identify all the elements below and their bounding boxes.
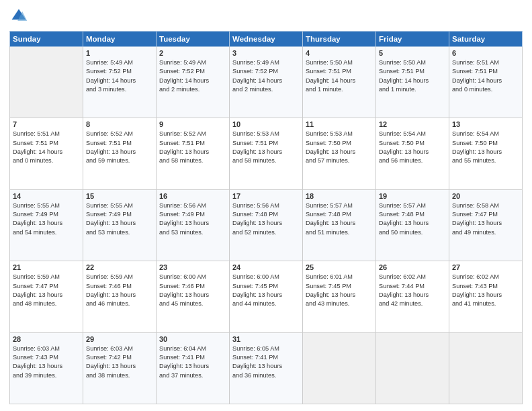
- day-info: Sunrise: 5:50 AM Sunset: 7:51 PM Dayligh…: [306, 58, 373, 94]
- day-info: Sunrise: 5:58 AM Sunset: 7:47 PM Dayligh…: [452, 201, 519, 237]
- day-number: 15: [86, 192, 153, 200]
- calendar-cell: 26Sunrise: 6:02 AM Sunset: 7:44 PM Dayli…: [376, 261, 449, 332]
- day-info: Sunrise: 5:53 AM Sunset: 7:50 PM Dayligh…: [306, 130, 373, 165]
- day-info: Sunrise: 5:51 AM Sunset: 7:51 PM Dayligh…: [13, 130, 80, 165]
- calendar-week-row: 14Sunrise: 5:55 AM Sunset: 7:49 PM Dayli…: [10, 189, 523, 261]
- day-info: Sunrise: 5:49 AM Sunset: 7:52 PM Dayligh…: [232, 58, 300, 94]
- calendar-cell: 8Sunrise: 5:52 AM Sunset: 7:51 PM Daylig…: [83, 118, 157, 189]
- calendar-cell: 27Sunrise: 6:02 AM Sunset: 7:43 PM Dayli…: [449, 261, 523, 332]
- day-info: Sunrise: 5:59 AM Sunset: 7:47 PM Dayligh…: [13, 273, 80, 308]
- calendar-cell: 6Sunrise: 5:51 AM Sunset: 7:51 PM Daylig…: [449, 47, 523, 118]
- day-info: Sunrise: 5:53 AM Sunset: 7:51 PM Dayligh…: [232, 130, 300, 165]
- day-number: 31: [232, 335, 300, 343]
- day-number: 22: [86, 263, 153, 271]
- logo: [9, 7, 31, 26]
- day-number: 4: [306, 49, 373, 57]
- weekday-header-wednesday: Wednesday: [230, 32, 303, 47]
- day-number: 16: [159, 192, 226, 200]
- day-number: 18: [306, 192, 373, 200]
- calendar-cell: 25Sunrise: 6:01 AM Sunset: 7:45 PM Dayli…: [303, 261, 376, 332]
- day-number: 24: [232, 263, 300, 271]
- day-info: Sunrise: 5:57 AM Sunset: 7:48 PM Dayligh…: [306, 201, 373, 237]
- day-number: 9: [159, 120, 226, 128]
- weekday-header-tuesday: Tuesday: [157, 32, 230, 47]
- day-info: Sunrise: 6:03 AM Sunset: 7:42 PM Dayligh…: [86, 345, 153, 380]
- day-info: Sunrise: 5:59 AM Sunset: 7:46 PM Dayligh…: [86, 273, 153, 308]
- day-number: 26: [379, 263, 446, 271]
- calendar-cell: 9Sunrise: 5:52 AM Sunset: 7:51 PM Daylig…: [157, 118, 230, 189]
- day-number: 20: [452, 192, 519, 200]
- calendar-cell: [376, 332, 449, 404]
- calendar-cell: [303, 332, 376, 404]
- calendar-cell: 19Sunrise: 5:57 AM Sunset: 7:48 PM Dayli…: [376, 189, 449, 261]
- day-number: 5: [379, 49, 446, 57]
- day-number: 30: [159, 335, 226, 343]
- day-number: 7: [13, 120, 80, 128]
- calendar-cell: 20Sunrise: 5:58 AM Sunset: 7:47 PM Dayli…: [449, 189, 523, 261]
- calendar-cell: 31Sunrise: 6:05 AM Sunset: 7:41 PM Dayli…: [230, 332, 303, 404]
- day-number: 6: [452, 49, 519, 57]
- day-info: Sunrise: 5:51 AM Sunset: 7:51 PM Dayligh…: [452, 58, 519, 94]
- calendar-header: SundayMondayTuesdayWednesdayThursdayFrid…: [10, 32, 523, 47]
- calendar-cell: 1Sunrise: 5:49 AM Sunset: 7:52 PM Daylig…: [83, 47, 157, 118]
- calendar-cell: 22Sunrise: 5:59 AM Sunset: 7:46 PM Dayli…: [83, 261, 157, 332]
- day-info: Sunrise: 6:04 AM Sunset: 7:41 PM Dayligh…: [159, 345, 226, 380]
- calendar-cell: 30Sunrise: 6:04 AM Sunset: 7:41 PM Dayli…: [157, 332, 230, 404]
- day-info: Sunrise: 5:49 AM Sunset: 7:52 PM Dayligh…: [159, 58, 226, 94]
- day-info: Sunrise: 5:50 AM Sunset: 7:51 PM Dayligh…: [379, 58, 446, 94]
- weekday-header-row: SundayMondayTuesdayWednesdayThursdayFrid…: [10, 32, 523, 47]
- calendar-cell: 2Sunrise: 5:49 AM Sunset: 7:52 PM Daylig…: [157, 47, 230, 118]
- day-number: 3: [232, 49, 300, 57]
- calendar-cell: [449, 332, 523, 404]
- calendar-week-row: 21Sunrise: 5:59 AM Sunset: 7:47 PM Dayli…: [10, 261, 523, 332]
- calendar-cell: 7Sunrise: 5:51 AM Sunset: 7:51 PM Daylig…: [10, 118, 83, 189]
- weekday-header-monday: Monday: [83, 32, 157, 47]
- calendar-cell: 10Sunrise: 5:53 AM Sunset: 7:51 PM Dayli…: [230, 118, 303, 189]
- day-info: Sunrise: 6:02 AM Sunset: 7:44 PM Dayligh…: [379, 273, 446, 308]
- day-info: Sunrise: 6:01 AM Sunset: 7:45 PM Dayligh…: [306, 273, 373, 308]
- day-number: 19: [379, 192, 446, 200]
- day-info: Sunrise: 6:03 AM Sunset: 7:43 PM Dayligh…: [13, 345, 80, 380]
- calendar-cell: 14Sunrise: 5:55 AM Sunset: 7:49 PM Dayli…: [10, 189, 83, 261]
- calendar-table: SundayMondayTuesdayWednesdayThursdayFrid…: [9, 31, 523, 404]
- day-info: Sunrise: 6:05 AM Sunset: 7:41 PM Dayligh…: [232, 345, 300, 380]
- calendar-body: 1Sunrise: 5:49 AM Sunset: 7:52 PM Daylig…: [10, 47, 523, 404]
- day-number: 11: [306, 120, 373, 128]
- day-number: 1: [86, 49, 153, 57]
- calendar-cell: 24Sunrise: 6:00 AM Sunset: 7:45 PM Dayli…: [230, 261, 303, 332]
- calendar-cell: 5Sunrise: 5:50 AM Sunset: 7:51 PM Daylig…: [376, 47, 449, 118]
- page: SundayMondayTuesdayWednesdayThursdayFrid…: [0, 0, 532, 411]
- day-info: Sunrise: 5:52 AM Sunset: 7:51 PM Dayligh…: [86, 130, 153, 165]
- day-number: 17: [232, 192, 300, 200]
- weekday-header-sunday: Sunday: [10, 32, 83, 47]
- day-number: 28: [13, 335, 80, 343]
- calendar-cell: 18Sunrise: 5:57 AM Sunset: 7:48 PM Dayli…: [303, 189, 376, 261]
- calendar-week-row: 28Sunrise: 6:03 AM Sunset: 7:43 PM Dayli…: [10, 332, 523, 404]
- calendar-cell: 3Sunrise: 5:49 AM Sunset: 7:52 PM Daylig…: [230, 47, 303, 118]
- day-number: 25: [306, 263, 373, 271]
- day-info: Sunrise: 6:02 AM Sunset: 7:43 PM Dayligh…: [452, 273, 519, 308]
- calendar-week-row: 7Sunrise: 5:51 AM Sunset: 7:51 PM Daylig…: [10, 118, 523, 189]
- calendar-cell: 17Sunrise: 5:56 AM Sunset: 7:48 PM Dayli…: [230, 189, 303, 261]
- day-number: 23: [159, 263, 226, 271]
- calendar-cell: 12Sunrise: 5:54 AM Sunset: 7:50 PM Dayli…: [376, 118, 449, 189]
- day-info: Sunrise: 5:57 AM Sunset: 7:48 PM Dayligh…: [379, 201, 446, 237]
- calendar-cell: 11Sunrise: 5:53 AM Sunset: 7:50 PM Dayli…: [303, 118, 376, 189]
- day-number: 27: [452, 263, 519, 271]
- weekday-header-saturday: Saturday: [449, 32, 523, 47]
- day-info: Sunrise: 5:52 AM Sunset: 7:51 PM Dayligh…: [159, 130, 226, 165]
- day-info: Sunrise: 5:55 AM Sunset: 7:49 PM Dayligh…: [13, 201, 80, 237]
- weekday-header-thursday: Thursday: [303, 32, 376, 47]
- weekday-header-friday: Friday: [376, 32, 449, 47]
- day-number: 12: [379, 120, 446, 128]
- calendar-cell: 23Sunrise: 6:00 AM Sunset: 7:46 PM Dayli…: [157, 261, 230, 332]
- day-info: Sunrise: 5:54 AM Sunset: 7:50 PM Dayligh…: [379, 130, 446, 165]
- calendar-week-row: 1Sunrise: 5:49 AM Sunset: 7:52 PM Daylig…: [10, 47, 523, 118]
- calendar-cell: 21Sunrise: 5:59 AM Sunset: 7:47 PM Dayli…: [10, 261, 83, 332]
- calendar-cell: 15Sunrise: 5:55 AM Sunset: 7:49 PM Dayli…: [83, 189, 157, 261]
- calendar-cell: 4Sunrise: 5:50 AM Sunset: 7:51 PM Daylig…: [303, 47, 376, 118]
- logo-icon: [9, 7, 28, 26]
- calendar-cell: [10, 47, 83, 118]
- day-number: 14: [13, 192, 80, 200]
- calendar-cell: 13Sunrise: 5:54 AM Sunset: 7:50 PM Dayli…: [449, 118, 523, 189]
